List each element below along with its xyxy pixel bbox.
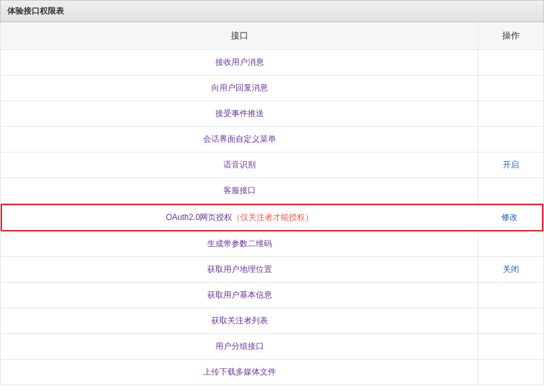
cell-action [479, 308, 543, 333]
cell-action [479, 178, 543, 203]
header-interface: 接口 [1, 22, 479, 49]
cell-action: 关闭 [479, 257, 543, 282]
panel-title: 体验接口权限表 [0, 0, 544, 22]
table-row: OAuth2.0网页授权（仅关注者才能授权）修改 [1, 204, 543, 231]
interface-link[interactable]: 向用户回复消息 [211, 83, 268, 92]
action-link[interactable]: 开启 [503, 160, 519, 169]
table-row: 语音识别开启 [1, 152, 543, 178]
table-row: 接受事件推送 [1, 101, 543, 127]
cell-interface: 接受事件推送 [1, 101, 479, 126]
cell-action: 开启 [479, 152, 543, 177]
interface-link[interactable]: 接收用户消息 [215, 57, 264, 67]
header-action: 操作 [479, 22, 543, 49]
table-row: 会话界面自定义菜单 [1, 127, 543, 152]
cell-interface: 上传下载多媒体文件 [1, 360, 479, 385]
cell-interface: 接收用户消息 [1, 50, 479, 75]
table-row: 获取用户地理位置关闭 [1, 257, 543, 283]
cell-interface: 生成带参数二维码 [1, 231, 479, 256]
interface-link[interactable]: 获取用户基本信息 [207, 290, 272, 300]
interface-link[interactable]: 获取关注者列表 [211, 316, 268, 325]
cell-action [479, 360, 543, 385]
interface-link[interactable]: 生成带参数二维码 [207, 239, 272, 248]
cell-interface: 会话界面自定义菜单 [1, 127, 479, 152]
cell-interface: 向用户回复消息 [1, 76, 479, 101]
cell-interface: 语音识别 [1, 152, 479, 177]
table-row: 生成带参数二维码 [1, 231, 543, 257]
interface-link[interactable]: 获取用户地理位置 [207, 264, 272, 274]
cell-interface: 获取用户基本信息 [1, 283, 479, 308]
table-row: 接收用户消息 [1, 50, 543, 76]
interface-link[interactable]: 语音识别 [223, 160, 256, 169]
cell-interface: 客服接口 [1, 178, 479, 203]
cell-action [479, 76, 543, 101]
cell-interface: OAuth2.0网页授权（仅关注者才能授权） [2, 205, 477, 230]
table-row: 客服接口 [1, 178, 543, 204]
cell-action [479, 334, 543, 359]
table-row: 向用户回复消息 [1, 76, 543, 101]
table-row: 获取用户基本信息 [1, 283, 543, 308]
interface-link[interactable]: 会话界面自定义菜单 [203, 134, 276, 144]
cell-interface: 用户分组接口 [1, 334, 479, 359]
action-link[interactable]: 关闭 [503, 264, 519, 274]
cell-interface: 获取关注者列表 [1, 308, 479, 333]
cell-action [479, 127, 543, 152]
cell-action [479, 101, 543, 126]
cell-action [479, 283, 543, 308]
action-link[interactable]: 修改 [501, 213, 518, 222]
cell-action [479, 231, 543, 256]
interface-annotation: （仅关注者才能授权） [232, 213, 313, 222]
table-row: 获取关注者列表 [1, 308, 543, 334]
interface-link[interactable]: 客服接口 [223, 186, 256, 195]
table-row: 上传下载多媒体文件 [1, 360, 543, 385]
interface-link[interactable]: OAuth2.0网页授权 [166, 213, 233, 222]
permissions-table: 接口 操作 接收用户消息向用户回复消息接受事件推送会话界面自定义菜单语音识别开启… [0, 22, 544, 385]
interface-link[interactable]: 接受事件推送 [215, 109, 264, 118]
cell-action: 修改 [477, 205, 542, 230]
cell-action [479, 50, 543, 75]
interface-link[interactable]: 用户分组接口 [215, 341, 264, 351]
table-row: 用户分组接口 [1, 334, 543, 360]
interface-link[interactable]: 上传下载多媒体文件 [203, 367, 276, 376]
cell-interface: 获取用户地理位置 [1, 257, 479, 282]
table-header-row: 接口 操作 [1, 22, 543, 50]
